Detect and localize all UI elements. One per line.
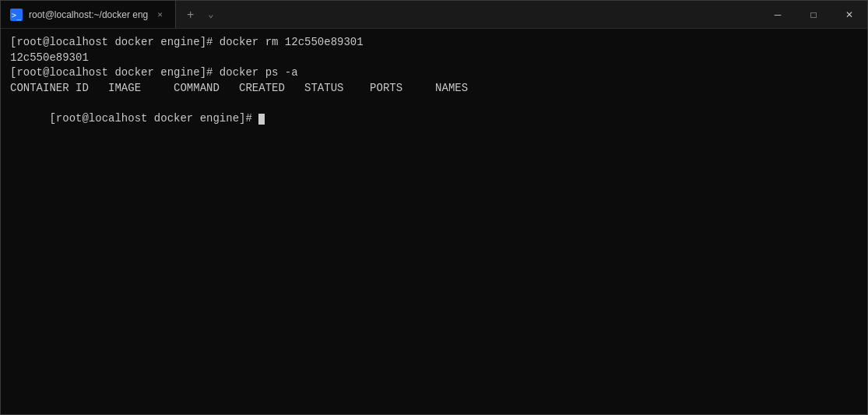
active-tab[interactable]: >_ root@localhost:~/docker eng ✕ <box>1 1 176 28</box>
terminal-line-2: 12c550e89301 <box>10 51 858 66</box>
terminal-icon: >_ <box>10 9 23 21</box>
window-controls: ─ □ ✕ <box>760 1 867 28</box>
close-button[interactable]: ✕ <box>831 1 867 29</box>
titlebar-actions: + ⌄ <box>176 1 223 29</box>
terminal-line-5: [root@localhost docker engine]# <box>10 96 858 142</box>
terminal-line-1: [root@localhost docker engine]# docker r… <box>10 35 858 51</box>
cursor <box>258 114 265 125</box>
terminal-line-4: CONTAINER ID IMAGE COMMAND CREATED STATU… <box>10 81 858 97</box>
titlebar: >_ root@localhost:~/docker eng ✕ + ⌄ ─ □… <box>1 1 867 29</box>
minimize-button[interactable]: ─ <box>760 1 796 29</box>
terminal-body[interactable]: [root@localhost docker engine]# docker r… <box>1 29 867 414</box>
terminal-window: >_ root@localhost:~/docker eng ✕ + ⌄ ─ □… <box>0 0 868 415</box>
maximize-button[interactable]: □ <box>796 1 831 29</box>
prompt: [root@localhost docker engine]# <box>49 112 258 125</box>
dropdown-button[interactable]: ⌄ <box>203 1 218 29</box>
terminal-line-3: [root@localhost docker engine]# docker p… <box>10 65 858 81</box>
tab-close-button[interactable]: ✕ <box>154 8 166 21</box>
new-tab-button[interactable]: + <box>181 1 200 29</box>
tab-title: root@localhost:~/docker eng <box>29 9 148 20</box>
svg-text:>_: >_ <box>12 11 22 20</box>
